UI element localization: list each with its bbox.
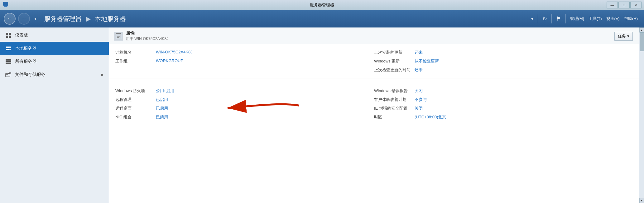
prop-value-last-check-update[interactable]: 还未 [415, 67, 423, 73]
main: 仪表板 本地服务器 所有服务器 [0, 27, 644, 203]
svg-rect-0 [3, 2, 8, 6]
svg-rect-4 [9, 33, 11, 35]
svg-rect-15 [9, 72, 11, 74]
breadcrumb-root[interactable]: 服务器管理器 [44, 15, 82, 22]
spacer-row [109, 78, 639, 85]
manage-menu[interactable]: 管理(M) [570, 16, 584, 22]
properties-text: 属性 用于 WIN-OK75C2A4K8J [126, 31, 168, 42]
toolbar-right: ▾ ↻ ⚑ 管理(M) 工具(T) 视图(V) 帮助(H) [531, 14, 638, 23]
properties-right-col: 上次安装的更新 还未 Windows 更新 从不检查更新 上次检查更新的时间 还… [374, 48, 633, 74]
title-bar: 服务器管理器 — □ ✕ [0, 0, 644, 10]
prop-row-timezone: 时区 (UTC+08:00)北京 [374, 113, 633, 121]
title-bar-left [2, 1, 9, 9]
scroll-track [639, 32, 644, 198]
properties2-left-col: Windows 防火墙 公用: 启用 远程管理 已启用 远程桌面 已启用 NIC… [115, 87, 374, 121]
sidebar-label-all-servers: 所有服务器 [15, 59, 37, 64]
prop-label-remote-mgmt: 远程管理 [115, 97, 156, 102]
prop-value-nic[interactable]: 已禁用 [156, 114, 168, 120]
prop-label-ceip: 客户体验改善计划 [374, 97, 415, 102]
prop-value-ceip[interactable]: 不参与 [415, 97, 427, 102]
prop-row-last-check-update: 上次检查更新的时间 还未 [374, 66, 633, 74]
sidebar-item-dashboard[interactable]: 仪表板 [0, 29, 109, 42]
prop-label-nic: NIC 组合 [115, 114, 156, 120]
sidebar-label-local-server: 本地服务器 [15, 46, 37, 51]
sidebar-item-file-storage[interactable]: 文件和存储服务 ▶ [0, 68, 109, 81]
prop-value-error-report[interactable]: 关闭 [415, 88, 423, 94]
back-button[interactable]: ← [4, 13, 16, 25]
refresh-icon[interactable]: ↻ [542, 15, 547, 22]
sidebar-item-all-servers[interactable]: 所有服务器 [0, 55, 109, 68]
all-servers-icon [5, 58, 12, 65]
svg-point-8 [10, 47, 10, 47]
prop-row-ie-security: IE 增强的安全配置 关闭 [374, 104, 633, 113]
prop-label-windows-update: Windows 更新 [374, 58, 415, 64]
prop-row-windows-update: Windows 更新 从不检查更新 [374, 57, 633, 66]
prop-value-last-update[interactable]: 还未 [415, 50, 423, 55]
properties-icon [114, 32, 123, 41]
file-storage-icon [5, 71, 12, 78]
breadcrumb: 服务器管理器 ▶ 本地服务器 [44, 15, 529, 23]
prop-value-remote-desktop[interactable]: 已启用 [156, 106, 168, 111]
prop-value-ie-security[interactable]: 关闭 [415, 106, 423, 111]
scroll-thumb[interactable] [640, 32, 644, 51]
svg-rect-13 [6, 63, 11, 64]
svg-rect-5 [6, 36, 8, 38]
prop-row-workgroup: 工作组 WORKGROUP [115, 57, 374, 66]
properties2-right-col: Windows 错误报告 关闭 客户体验改善计划 不参与 IE 增强的安全配置 … [374, 87, 633, 121]
dashboard-icon [5, 32, 12, 39]
tasks-label: 任务 [618, 33, 626, 39]
refresh-dropdown[interactable]: ▾ [531, 16, 533, 21]
minimize-button[interactable]: — [607, 2, 618, 8]
tasks-button[interactable]: 任务 ▾ [614, 32, 633, 41]
sidebar-label-dashboard: 仪表板 [15, 32, 28, 38]
prop-value-timezone[interactable]: (UTC+08:00)北京 [415, 114, 446, 120]
scroll-up-button[interactable]: ▲ [639, 27, 644, 32]
scroll-down-button[interactable]: ▼ [639, 198, 644, 203]
prop-value-windows-update[interactable]: 从不检查更新 [415, 58, 439, 64]
app-icon [2, 1, 9, 9]
prop-label-error-report: Windows 错误报告 [374, 88, 415, 94]
file-storage-arrow: ▶ [101, 73, 104, 77]
properties-left-col: 计算机名 WIN-OK75C2A4K8J 工作组 WORKGROUP [115, 48, 374, 74]
title-bar-controls: — □ ✕ [607, 2, 642, 8]
svg-rect-2 [4, 7, 7, 7]
sidebar-item-local-server[interactable]: 本地服务器 [0, 42, 109, 55]
prop-row-computer-name: 计算机名 WIN-OK75C2A4K8J [115, 48, 374, 57]
scrollbar: ▲ ▼ [639, 27, 644, 203]
properties-header: 属性 用于 WIN-OK75C2A4K8J 任务 ▾ [109, 27, 639, 44]
prop-value-remote-mgmt[interactable]: 已启用 [156, 97, 168, 102]
breadcrumb-current[interactable]: 本地服务器 [95, 15, 126, 22]
prop-row-remote-desktop: 远程桌面 已启用 [115, 104, 374, 113]
prop-value-firewall[interactable]: 公用: 启用 [156, 88, 174, 94]
properties-grid: 计算机名 WIN-OK75C2A4K8J 工作组 WORKGROUP 上次安装的… [109, 44, 639, 78]
close-button[interactable]: ✕ [630, 2, 642, 8]
svg-rect-11 [6, 59, 11, 61]
local-server-icon [5, 45, 12, 52]
prop-label-remote-desktop: 远程桌面 [115, 106, 156, 111]
breadcrumb-separator: ▶ [86, 15, 93, 22]
title-bar-title: 服务器管理器 [310, 2, 334, 8]
properties-grid2: Windows 防火墙 公用: 启用 远程管理 已启用 远程桌面 已启用 NIC… [109, 85, 639, 125]
prop-label-last-update: 上次安装的更新 [374, 50, 415, 55]
prop-row-firewall: Windows 防火墙 公用: 启用 [115, 87, 374, 95]
nav-dropdown[interactable]: ▾ [32, 13, 38, 25]
prop-row-ceip: 客户体验改善计划 不参与 [374, 95, 633, 104]
prop-value-workgroup[interactable]: WORKGROUP [156, 58, 183, 64]
prop-label-firewall: Windows 防火墙 [115, 88, 156, 94]
toolbar-divider-3 [565, 14, 566, 23]
prop-row-nic: NIC 组合 已禁用 [115, 113, 374, 121]
prop-row-last-update: 上次安装的更新 还未 [374, 48, 633, 57]
flag-icon[interactable]: ⚑ [556, 15, 561, 22]
forward-button[interactable]: → [18, 13, 30, 25]
prop-row-remote-mgmt: 远程管理 已启用 [115, 95, 374, 104]
svg-point-10 [10, 49, 10, 50]
properties-subtitle: 用于 WIN-OK75C2A4K8J [126, 36, 168, 42]
prop-label-workgroup: 工作组 [115, 58, 156, 64]
view-menu[interactable]: 视图(V) [606, 16, 620, 22]
maximize-button[interactable]: □ [618, 2, 630, 8]
prop-row-error-report: Windows 错误报告 关闭 [374, 87, 633, 95]
prop-value-computer-name[interactable]: WIN-OK75C2A4K8J [156, 50, 193, 55]
help-menu[interactable]: 帮助(H) [624, 16, 638, 22]
tools-menu[interactable]: 工具(T) [589, 16, 602, 22]
toolbar-divider-1 [538, 14, 538, 23]
